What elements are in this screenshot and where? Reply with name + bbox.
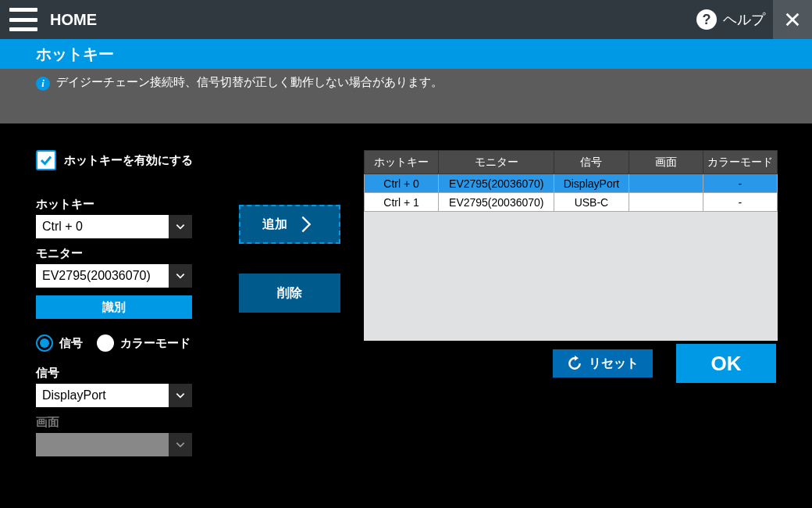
table-cell bbox=[629, 193, 703, 212]
table-cell: Ctrl + 1 bbox=[365, 193, 439, 212]
radio-colormode-label: カラーモード bbox=[120, 336, 191, 351]
table-cell: EV2795(20036070) bbox=[439, 174, 554, 193]
menu-icon[interactable] bbox=[9, 8, 37, 31]
table-cell: DisplayPort bbox=[554, 174, 629, 193]
info-text: デイジーチェーン接続時、信号切替が正しく動作しない場合があります。 bbox=[56, 75, 443, 90]
ok-button[interactable]: OK bbox=[676, 344, 776, 383]
chevron-down-icon bbox=[169, 433, 192, 456]
radio-colormode[interactable]: カラーモード bbox=[97, 334, 191, 352]
screen-field-label: 画面 bbox=[36, 415, 239, 430]
screen-select-value bbox=[36, 433, 169, 456]
reset-button-label: リセット bbox=[589, 356, 639, 372]
radio-signal[interactable]: 信号 bbox=[36, 334, 83, 352]
table-row[interactable]: Ctrl + 0EV2795(20036070)DisplayPort- bbox=[365, 174, 778, 193]
check-icon bbox=[39, 153, 53, 167]
help-label: ヘルプ bbox=[723, 10, 765, 29]
chevron-down-icon bbox=[169, 384, 192, 407]
table-header: モニター bbox=[439, 151, 554, 174]
chevron-right-icon bbox=[295, 213, 317, 235]
monitor-field-label: モニター bbox=[36, 246, 239, 261]
home-link[interactable]: HOME bbox=[50, 11, 97, 29]
page-title: ホットキー bbox=[0, 39, 812, 69]
screen-select bbox=[36, 433, 192, 456]
enable-hotkey-label: ホットキーを有効にする bbox=[64, 153, 193, 168]
add-button[interactable]: 追加 bbox=[239, 205, 340, 244]
hotkey-select-value: Ctrl + 0 bbox=[36, 215, 169, 238]
close-button[interactable] bbox=[773, 0, 812, 39]
table-header: 画面 bbox=[629, 151, 703, 174]
help-button[interactable]: ? ヘルプ bbox=[696, 9, 765, 30]
table-cell bbox=[629, 174, 703, 193]
delete-button[interactable]: 削除 bbox=[239, 274, 340, 313]
add-button-label: 追加 bbox=[262, 216, 287, 233]
monitor-select-value: EV2795(20036070) bbox=[36, 264, 169, 288]
table-cell: - bbox=[703, 193, 777, 212]
refresh-icon bbox=[567, 356, 582, 371]
signal-select[interactable]: DisplayPort bbox=[36, 384, 192, 407]
hotkey-table: ホットキーモニター信号画面カラーモード Ctrl + 0EV2795(20036… bbox=[364, 150, 778, 341]
help-icon: ? bbox=[696, 9, 717, 30]
enable-hotkey-checkbox[interactable] bbox=[36, 150, 56, 170]
signal-field-label: 信号 bbox=[36, 366, 239, 381]
table-header: カラーモード bbox=[703, 151, 777, 174]
chevron-down-icon bbox=[169, 215, 192, 238]
radio-signal-label: 信号 bbox=[59, 336, 83, 351]
signal-select-value: DisplayPort bbox=[36, 384, 169, 407]
identify-button[interactable]: 識別 bbox=[36, 295, 192, 319]
hotkey-field-label: ホットキー bbox=[36, 197, 239, 212]
table-cell: EV2795(20036070) bbox=[439, 193, 554, 212]
table-cell: - bbox=[703, 174, 777, 193]
close-icon bbox=[784, 11, 801, 28]
info-icon: i bbox=[36, 77, 50, 91]
monitor-select[interactable]: EV2795(20036070) bbox=[36, 264, 192, 288]
table-row[interactable]: Ctrl + 1EV2795(20036070)USB-C- bbox=[365, 193, 778, 212]
reset-button[interactable]: リセット bbox=[553, 349, 653, 377]
chevron-down-icon bbox=[169, 264, 192, 288]
delete-button-label: 削除 bbox=[277, 285, 302, 302]
table-header: ホットキー bbox=[365, 151, 439, 174]
table-header: 信号 bbox=[554, 151, 629, 174]
table-cell: Ctrl + 0 bbox=[365, 174, 439, 193]
hotkey-select[interactable]: Ctrl + 0 bbox=[36, 215, 192, 238]
table-cell: USB-C bbox=[554, 193, 629, 212]
